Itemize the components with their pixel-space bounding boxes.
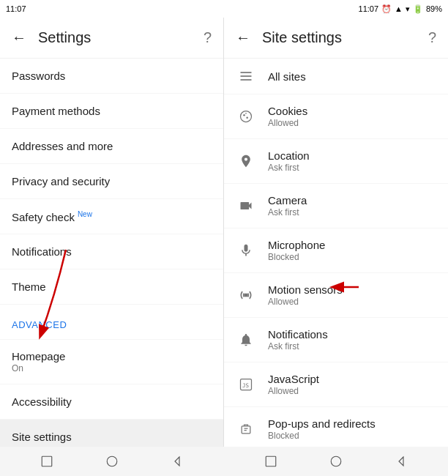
camera-icon <box>236 198 256 213</box>
cookie-icon <box>236 109 256 124</box>
svg-rect-0 <box>241 72 252 73</box>
settings-item-payment[interactable]: Payment methods <box>0 94 223 129</box>
settings-item-safety[interactable]: Safety checkNew <box>0 199 223 234</box>
svg-point-7 <box>244 294 248 297</box>
location-icon <box>236 154 256 168</box>
accessibility-label: Accessibility <box>12 395 212 408</box>
time-left: 11:07 <box>6 4 26 13</box>
cookies-subtitle: Allowed <box>268 118 436 128</box>
svg-point-5 <box>246 116 248 119</box>
settings-list: Passwords Payment methods Addresses and … <box>0 59 223 447</box>
site-settings-list: All sites Cookies Allowed Locati <box>224 59 448 447</box>
left-back-button[interactable]: ← <box>12 29 26 46</box>
homepage-subtitle: On <box>12 363 212 373</box>
left-nav <box>0 451 224 472</box>
alarm-icon: ⏰ <box>381 4 392 14</box>
javascript-subtitle: Allowed <box>268 386 436 396</box>
left-help-button[interactable]: ? <box>204 29 212 46</box>
motion-label: Motion sensors <box>268 283 436 296</box>
site-item-location[interactable]: Location Ask first <box>224 139 448 184</box>
advanced-label: Advanced <box>12 319 212 330</box>
motion-subtitle: Allowed <box>268 297 436 307</box>
site-item-microphone[interactable]: Microphone Blocked <box>224 228 448 273</box>
signal-icon: ▲ <box>395 4 403 13</box>
new-badge: New <box>78 210 92 218</box>
svg-marker-19 <box>175 457 179 466</box>
settings-item-notifications[interactable]: Notifications <box>0 234 223 269</box>
notifications-subtitle: Ask first <box>268 341 436 352</box>
privacy-label: Privacy and security <box>12 175 212 187</box>
settings-item-passwords[interactable]: Passwords <box>0 59 223 94</box>
settings-item-accessibility[interactable]: Accessibility <box>0 384 223 420</box>
right-back-nav-button[interactable] <box>391 451 411 472</box>
site-item-notifications[interactable]: Notifications Ask first <box>224 318 448 362</box>
left-panel: ← Settings ? Passwords Payment methods A… <box>0 18 224 447</box>
theme-label: Theme <box>12 280 212 293</box>
site-item-javascript[interactable]: JS JavaScript Allowed <box>224 362 448 407</box>
site-settings-label: Site settings <box>12 431 212 443</box>
notifications-label: Notifications <box>12 245 212 258</box>
microphone-label: Microphone <box>268 239 436 251</box>
status-bar: 11:07 11:07 ⏰ ▲ ▾ 🔋 89% <box>0 0 448 18</box>
svg-rect-1 <box>241 75 252 77</box>
battery-icon: 🔋 <box>413 4 423 14</box>
payment-label: Payment methods <box>12 105 212 117</box>
right-help-button[interactable]: ? <box>428 29 436 46</box>
bell-icon <box>236 332 256 347</box>
settings-section-advanced: Advanced <box>0 305 223 340</box>
javascript-label: JavaScript <box>268 373 436 385</box>
microphone-icon <box>236 243 256 258</box>
svg-point-18 <box>107 456 117 466</box>
motion-icon <box>236 288 256 302</box>
svg-point-21 <box>331 456 341 466</box>
battery-pct: 89% <box>426 4 442 13</box>
right-header: ← Site settings ? <box>224 18 448 59</box>
location-subtitle: Ask first <box>268 163 436 173</box>
settings-item-homepage[interactable]: Homepage On <box>0 340 223 384</box>
left-home-button[interactable] <box>102 451 122 472</box>
safety-label: Safety checkNew <box>12 210 212 223</box>
right-home-button[interactable] <box>326 451 346 472</box>
settings-item-privacy[interactable]: Privacy and security <box>0 164 223 199</box>
svg-point-3 <box>241 111 252 122</box>
left-panel-title: Settings <box>38 29 192 46</box>
status-bar-right: 11:07 ⏰ ▲ ▾ 🔋 89% <box>224 4 448 14</box>
svg-rect-2 <box>241 79 252 81</box>
settings-item-theme[interactable]: Theme <box>0 269 223 305</box>
camera-label: Camera <box>268 194 436 207</box>
popup-icon <box>236 422 256 436</box>
status-bar-left: 11:07 <box>0 4 224 13</box>
time-right: 11:07 <box>359 4 379 13</box>
js-icon: JS <box>236 377 256 392</box>
cookies-label: Cookies <box>268 105 436 117</box>
popups-subtitle: Blocked <box>268 431 436 441</box>
right-square-button[interactable] <box>261 451 281 472</box>
all-sites-label: All sites <box>268 70 436 83</box>
nav-bar <box>0 447 448 476</box>
site-item-all-sites[interactable]: All sites <box>224 59 448 94</box>
notifications-site-label: Notifications <box>268 328 436 341</box>
list-icon <box>236 69 256 83</box>
site-item-popups[interactable]: Pop-ups and redirects Blocked <box>224 407 448 447</box>
microphone-subtitle: Blocked <box>268 252 436 262</box>
popups-label: Pop-ups and redirects <box>268 417 436 430</box>
left-back-nav-button[interactable] <box>167 451 187 472</box>
passwords-label: Passwords <box>12 70 212 82</box>
left-square-button[interactable] <box>37 451 57 472</box>
right-back-button[interactable]: ← <box>236 29 250 46</box>
wifi-icon: ▾ <box>406 4 410 14</box>
site-item-cookies[interactable]: Cookies Allowed <box>224 94 448 139</box>
svg-marker-22 <box>399 457 403 466</box>
svg-text:JS: JS <box>242 382 250 389</box>
right-panel: ← Site settings ? All sites Cookies <box>224 18 448 447</box>
right-nav <box>224 451 448 472</box>
site-item-motion[interactable]: Motion sensors Allowed <box>224 273 448 318</box>
settings-item-addresses[interactable]: Addresses and more <box>0 129 223 164</box>
svg-point-4 <box>243 114 245 116</box>
location-label: Location <box>268 149 436 162</box>
settings-item-site-settings[interactable]: Site settings <box>0 420 223 447</box>
left-header: ← Settings ? <box>0 18 223 59</box>
svg-point-6 <box>245 113 247 114</box>
addresses-label: Addresses and more <box>12 140 212 152</box>
site-item-camera[interactable]: Camera Ask first <box>224 184 448 228</box>
